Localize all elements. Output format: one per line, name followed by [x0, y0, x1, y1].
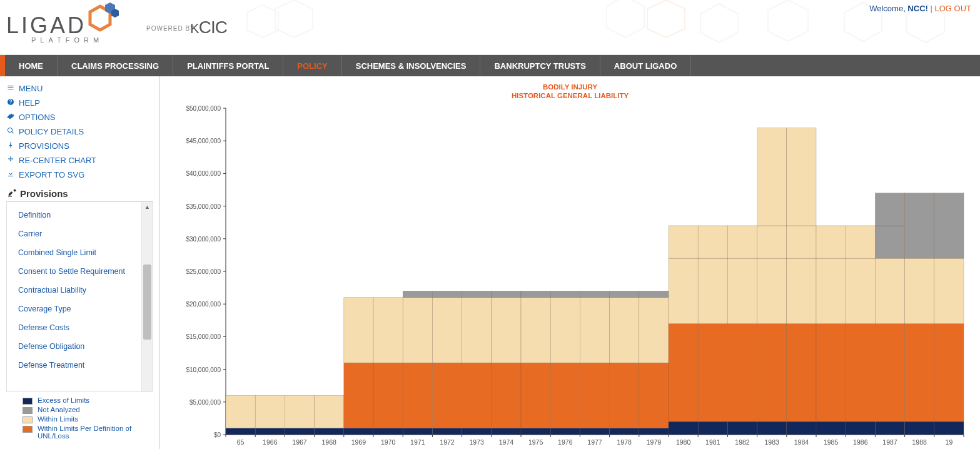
- scroll-up-arrow-icon[interactable]: ▲: [142, 202, 153, 212]
- bar-segment[interactable]: [698, 421, 727, 435]
- bar-segment[interactable]: [905, 421, 934, 435]
- nav-item-plaintiffs-portal[interactable]: PLAINTIFFS PORTAL: [173, 55, 283, 76]
- bar-segment[interactable]: [669, 323, 698, 421]
- bar-segment[interactable]: [639, 291, 669, 297]
- bar-segment[interactable]: [610, 363, 639, 428]
- bar-segment[interactable]: [787, 226, 816, 258]
- tool-help[interactable]: HELP: [6, 96, 153, 110]
- bar-segment[interactable]: [492, 291, 521, 297]
- bar-segment[interactable]: [610, 291, 639, 297]
- provision-defense-costs[interactable]: Defense Costs: [18, 318, 136, 337]
- bar-segment[interactable]: [315, 395, 344, 428]
- bar-segment[interactable]: [344, 363, 373, 428]
- bar-segment[interactable]: [787, 128, 816, 226]
- bar-segment[interactable]: [757, 258, 787, 323]
- provisions-scrollbar[interactable]: ▲: [141, 202, 153, 391]
- tool-menu[interactable]: MENU: [6, 81, 153, 96]
- provision-carrier[interactable]: Carrier: [18, 224, 136, 243]
- nav-item-claims-processing[interactable]: CLAIMS PROCESSING: [58, 55, 173, 76]
- bar-segment[interactable]: [580, 298, 609, 363]
- bar-segment[interactable]: [727, 323, 757, 421]
- provision-definition[interactable]: Definition: [18, 206, 136, 224]
- bar-segment[interactable]: [846, 226, 875, 258]
- bar-segment[interactable]: [727, 258, 757, 323]
- bar-segment[interactable]: [580, 291, 609, 297]
- bar-segment[interactable]: [669, 226, 698, 258]
- bar-segment[interactable]: [846, 323, 875, 421]
- bar-segment[interactable]: [727, 226, 757, 258]
- bar-segment[interactable]: [462, 428, 492, 434]
- bar-segment[interactable]: [698, 258, 727, 323]
- bar-segment[interactable]: [757, 421, 787, 435]
- bar-segment[interactable]: [905, 258, 934, 323]
- bar-segment[interactable]: [432, 363, 462, 428]
- bar-segment[interactable]: [462, 291, 492, 297]
- nav-item-home[interactable]: HOME: [5, 55, 58, 76]
- bar-segment[interactable]: [669, 258, 698, 323]
- bar-segment[interactable]: [492, 298, 521, 363]
- bar-segment[interactable]: [757, 323, 787, 421]
- bar-segment[interactable]: [315, 428, 344, 434]
- bar-segment[interactable]: [550, 363, 580, 428]
- bar-segment[interactable]: [816, 421, 846, 435]
- bar-segment[interactable]: [403, 291, 432, 297]
- nav-item-bankruptcy-trusts[interactable]: BANKRUPTCY TRUSTS: [480, 55, 600, 76]
- nav-item-schemes-insolvencies[interactable]: SCHEMES & INSOLVENCIES: [342, 55, 481, 76]
- tool-re-center-chart[interactable]: RE-CENTER CHART: [6, 153, 153, 168]
- legend-not-analyzed[interactable]: Not Analyzed: [23, 405, 151, 415]
- bar-segment[interactable]: [787, 421, 816, 435]
- bar-segment[interactable]: [934, 193, 964, 258]
- bar-segment[interactable]: [875, 323, 904, 421]
- bar-segment[interactable]: [373, 428, 403, 434]
- bar-segment[interactable]: [846, 421, 875, 435]
- bar-segment[interactable]: [492, 428, 521, 434]
- provision-consent-to-settle-requirement[interactable]: Consent to Settle Requirement: [18, 262, 136, 281]
- bar-segment[interactable]: [403, 428, 432, 434]
- bar-segment[interactable]: [344, 428, 373, 434]
- bar-segment[interactable]: [373, 298, 403, 363]
- bar-segment[interactable]: [521, 298, 550, 363]
- bar-segment[interactable]: [875, 421, 904, 435]
- bar-segment[interactable]: [698, 323, 727, 421]
- bar-segment[interactable]: [521, 291, 550, 297]
- bar-segment[interactable]: [787, 323, 816, 421]
- bar-segment[interactable]: [757, 226, 787, 258]
- bar-segment[interactable]: [255, 428, 285, 434]
- bar-segment[interactable]: [639, 428, 669, 434]
- bar-segment[interactable]: [816, 226, 846, 258]
- bar-segment[interactable]: [492, 363, 521, 428]
- coverage-chart[interactable]: $0$5,000,000$10,000,000$15,000,000$20,00…: [166, 104, 967, 449]
- bar-segment[interactable]: [875, 193, 904, 225]
- bar-segment[interactable]: [905, 323, 934, 421]
- bar-segment[interactable]: [462, 363, 492, 428]
- tool-policy-details[interactable]: POLICY DETAILS: [6, 124, 153, 139]
- bar-segment[interactable]: [580, 363, 609, 428]
- bar-segment[interactable]: [639, 298, 669, 363]
- bar-segment[interactable]: [550, 298, 580, 363]
- provision-defense-obligation[interactable]: Defense Obligation: [18, 337, 136, 356]
- bar-segment[interactable]: [226, 395, 255, 428]
- legend-excess-of-limits[interactable]: Excess of Limits: [23, 396, 151, 405]
- tool-options[interactable]: OPTIONS: [6, 110, 153, 124]
- bar-segment[interactable]: [816, 258, 846, 323]
- nav-item-policy[interactable]: POLICY: [283, 55, 341, 76]
- bar-segment[interactable]: [403, 298, 432, 363]
- bar-segment[interactable]: [580, 428, 609, 434]
- bar-segment[interactable]: [727, 421, 757, 435]
- bar-segment[interactable]: [934, 323, 964, 421]
- legend-within-limits[interactable]: Within Limits: [23, 415, 151, 424]
- bar-segment[interactable]: [432, 291, 462, 297]
- bar-segment[interactable]: [550, 291, 580, 297]
- bar-segment[interactable]: [285, 428, 314, 434]
- bar-segment[interactable]: [285, 395, 314, 428]
- bar-segment[interactable]: [521, 363, 550, 428]
- bar-segment[interactable]: [403, 363, 432, 428]
- provision-defense-treatment[interactable]: Defense Treatment: [18, 356, 136, 375]
- bar-segment[interactable]: [344, 298, 373, 363]
- bar-segment[interactable]: [521, 428, 550, 434]
- bar-segment[interactable]: [462, 298, 492, 363]
- bar-segment[interactable]: [610, 428, 639, 434]
- tool-provisions[interactable]: PROVISIONS: [6, 139, 153, 153]
- bar-segment[interactable]: [905, 193, 934, 258]
- bar-segment[interactable]: [639, 363, 669, 428]
